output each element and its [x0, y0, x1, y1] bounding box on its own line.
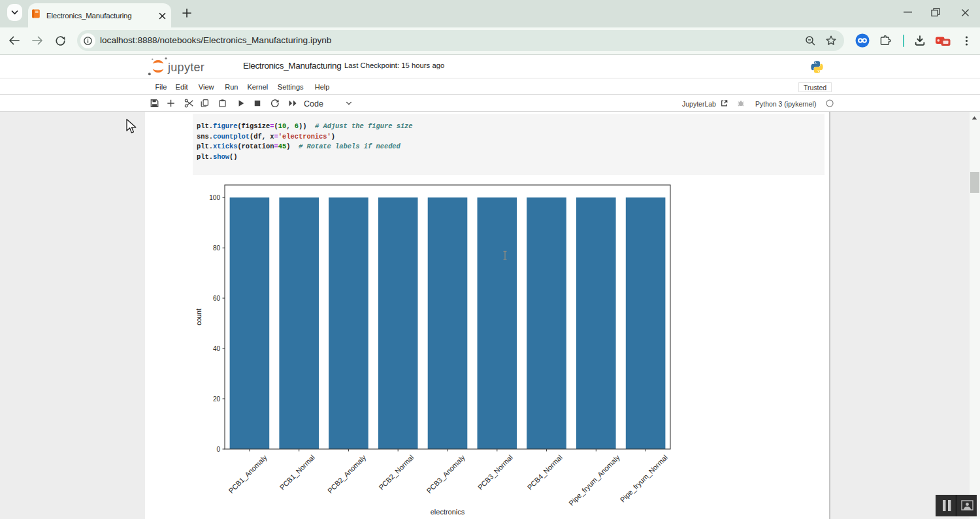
svg-text:count: count: [195, 309, 203, 326]
svg-text:60: 60: [213, 295, 221, 302]
svg-text:20: 20: [213, 395, 221, 403]
svg-text:80: 80: [213, 244, 221, 252]
svg-text:0: 0: [216, 446, 220, 453]
svg-text:electronics: electronics: [431, 508, 465, 516]
svg-text:100: 100: [209, 194, 220, 201]
svg-text:40: 40: [213, 345, 221, 352]
